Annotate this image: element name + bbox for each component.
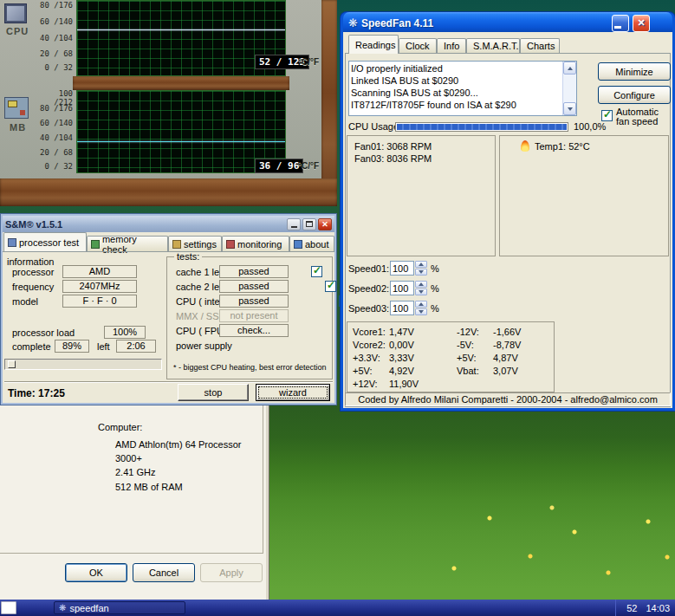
- close-button[interactable]: [633, 15, 650, 32]
- minimize-icon: [291, 226, 297, 228]
- voltage-label: -5V:: [457, 340, 474, 350]
- speed01-spinner[interactable]: [415, 261, 427, 276]
- tab-about[interactable]: about: [289, 236, 334, 251]
- system-properties-dialog: Computer: AMD Athlon(tm) 64 Processor 30…: [0, 405, 269, 600]
- spin-up-button[interactable]: [415, 301, 427, 308]
- arrow-down-icon: [419, 290, 424, 294]
- snm-titlebar[interactable]: S&M® v1.5.1: [3, 216, 334, 232]
- snm-body: processor test memory check settings mon…: [3, 232, 334, 403]
- arrow-up-icon: [568, 67, 573, 70]
- automatic-fan-speed-label: Automatic fan speed: [616, 107, 672, 126]
- axis-label: 0 / 32: [38, 63, 73, 72]
- axis-label: 80 /176: [38, 1, 73, 10]
- scroll-down-button[interactable]: [563, 102, 576, 115]
- wizard-button[interactable]: wizard: [256, 384, 330, 401]
- processor-load-value: 100%: [104, 326, 146, 339]
- test-status: passed: [219, 265, 289, 278]
- elapsed-time-label: Time: 17:25: [8, 387, 65, 399]
- tab-label: settings: [184, 239, 217, 250]
- speedfan-body: Readings Clock Info S.M.A.R.T. Charts I/…: [343, 32, 672, 408]
- spin-up-button[interactable]: [415, 261, 427, 268]
- tab-label: monitoring: [237, 239, 282, 250]
- fan-reading: Fan03: 8036 RPM: [354, 153, 432, 164]
- snm-window: S&M® v1.5.1 processor test memory check …: [0, 213, 337, 405]
- test-progress-bar[interactable]: [4, 359, 162, 370]
- tab-charts[interactable]: Charts: [520, 38, 560, 53]
- minimize-button[interactable]: [612, 15, 629, 32]
- voltage-value: -1,66V: [493, 327, 521, 337]
- tab-info[interactable]: Info: [437, 38, 466, 53]
- speedfan-titlebar[interactable]: SpeedFan 4.11: [343, 12, 672, 32]
- axis-label: 60 /140: [38, 119, 73, 127]
- settings-icon: [172, 240, 181, 249]
- minimize-icon: [614, 26, 621, 29]
- voltage-label: +3.3V:: [353, 353, 380, 363]
- automatic-fan-speed-checkbox[interactable]: [601, 110, 613, 121]
- tab-memory-check[interactable]: memory check: [87, 236, 168, 251]
- tab-settings[interactable]: settings: [168, 236, 222, 251]
- tab-smart[interactable]: S.M.A.R.T.: [466, 38, 520, 53]
- tab-monitoring[interactable]: monitoring: [222, 236, 289, 251]
- maximize-button[interactable]: [302, 218, 316, 230]
- arrow-down-icon: [568, 107, 573, 111]
- voltage-value: 11,90V: [389, 379, 419, 389]
- speed01-label: Speed01:: [348, 263, 389, 274]
- test-status: passed: [219, 295, 289, 308]
- wood-frame-bottom: [0, 178, 337, 206]
- arrow-down-icon: [419, 310, 424, 314]
- speed02-input[interactable]: [390, 281, 414, 295]
- complete-label: complete: [12, 341, 51, 352]
- speed03-spinner[interactable]: [415, 301, 427, 315]
- mb-temp-readout: 36 / 96: [255, 159, 303, 173]
- cpu-usage-label: CPU Usage: [348, 121, 399, 132]
- test-status: passed: [219, 280, 289, 293]
- spin-up-button[interactable]: [415, 281, 427, 288]
- computer-info-line: AMD Athlon(tm) 64 Processor: [115, 439, 242, 450]
- voltage-value: 1,47V: [389, 327, 414, 337]
- speed02-unit: %: [431, 283, 439, 294]
- bottom-separator: [4, 381, 333, 383]
- arrow-down-icon: [419, 270, 424, 274]
- test-checkbox[interactable]: [311, 266, 322, 277]
- speed01-input[interactable]: [390, 261, 414, 276]
- speed02-spinner[interactable]: [415, 281, 427, 295]
- cpu-usage-fill: [397, 124, 567, 130]
- spin-down-button[interactable]: [415, 269, 427, 276]
- scroll-up-button[interactable]: [563, 62, 576, 75]
- test-checkbox[interactable]: [325, 281, 336, 292]
- taskbar-button-speedfan[interactable]: speedfan: [54, 601, 185, 614]
- spin-down-button[interactable]: [415, 289, 427, 295]
- axis-label: 80 /176: [38, 104, 73, 113]
- tab-label: about: [305, 239, 329, 250]
- info-label: frequency: [12, 282, 54, 292]
- tab-processor-test[interactable]: processor test: [3, 232, 87, 251]
- log-line: I/O properly initialized: [351, 62, 561, 75]
- minimize-button[interactable]: [287, 218, 301, 230]
- tests-heading: tests:: [174, 251, 202, 262]
- tab-readings[interactable]: Readings: [348, 35, 399, 54]
- voltage-label: Vcore2:: [353, 340, 386, 350]
- log-listbox[interactable]: I/O properly initialized Linked ISA BUS …: [348, 61, 577, 116]
- voltage-value: 0,00V: [389, 340, 414, 350]
- info-value: F · F · 0: [62, 295, 137, 308]
- tab-page-border: [0, 553, 263, 554]
- log-scrollbar[interactable]: [562, 62, 576, 115]
- quick-launch-icon[interactable]: [1, 601, 16, 614]
- processor-load-label: processor load: [12, 327, 75, 338]
- graph-grid: [77, 91, 285, 172]
- cpu-temp-unit: °C/°F: [298, 57, 319, 67]
- tab-clock[interactable]: Clock: [399, 38, 437, 53]
- configure-button[interactable]: Configure: [598, 86, 671, 104]
- stop-button[interactable]: stop: [178, 384, 249, 401]
- close-button[interactable]: [318, 218, 332, 230]
- spin-down-button[interactable]: [415, 308, 427, 315]
- cancel-button[interactable]: Cancel: [133, 563, 195, 582]
- speedfan-icon: [348, 16, 358, 29]
- speed03-input[interactable]: [390, 301, 414, 315]
- about-icon: [294, 240, 302, 249]
- memory-check-icon: [91, 240, 100, 249]
- ok-button[interactable]: OK: [65, 563, 127, 582]
- minimize-app-button[interactable]: Minimize: [598, 62, 671, 81]
- information-heading: information: [7, 256, 54, 267]
- voltage-label: Vcore1:: [353, 327, 386, 337]
